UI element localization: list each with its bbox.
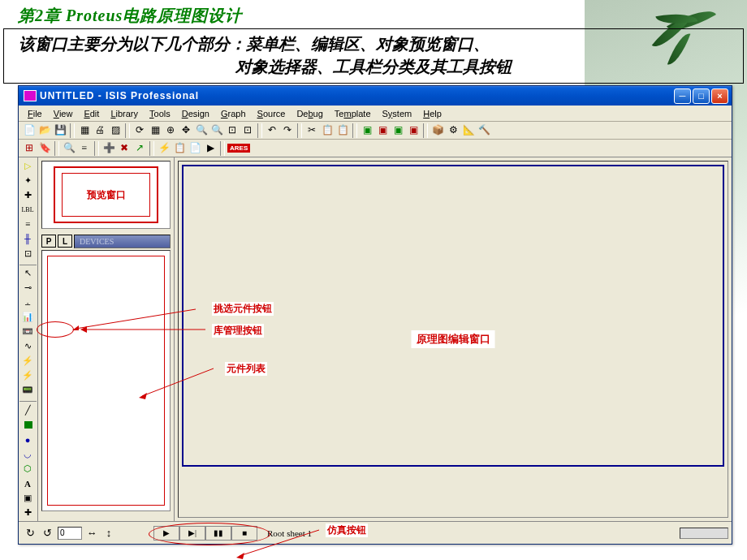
graph-mode-icon[interactable]: 📊 [19,310,36,324]
block-move-icon[interactable]: ▣ [375,123,390,138]
maximize-button[interactable]: □ [693,88,710,104]
selection-mode-icon[interactable]: ▷ [19,159,36,173]
bus-mode-icon[interactable]: ╫ [19,232,36,246]
symbol-mode-icon[interactable]: ▣ [19,491,36,505]
library-manage-button[interactable]: L [58,235,72,248]
paste-icon[interactable]: 📋 [335,123,350,138]
voltage-probe-icon[interactable]: ⚡ [19,354,36,368]
menu-help[interactable]: Help [417,107,447,120]
instant-edit-icon[interactable]: ↖ [19,267,36,281]
copy-icon[interactable]: 📋 [320,123,335,138]
undo-icon[interactable]: ↶ [265,123,279,138]
mirror-h-icon[interactable]: ↔ [84,526,100,541]
box-2d-icon[interactable] [24,421,32,429]
mode-toolbar: ▷ ✦ ✚ LBL ≡ ╫ ⊡ ↖ ⊸ ⫠ 📊 📼 ∿ ⚡ ⚡ 📟 ╱ ● ◡ … [19,157,38,521]
path-2d-icon[interactable]: ⬡ [19,462,36,476]
new-file-icon[interactable]: 📄 [22,123,37,138]
zoom-out-icon[interactable]: 🔍 [209,123,224,138]
make-device-icon[interactable]: ⚙ [446,123,460,138]
print-area-icon[interactable]: ▦ [77,123,92,138]
cut-icon[interactable]: ✂ [304,123,319,138]
stop-button[interactable]: ■ [231,526,257,541]
compile-icon[interactable]: ▶ [203,141,218,156]
svg-marker-7 [236,553,244,559]
anno-parts-list: 元件列表 [225,362,267,376]
circle-2d-icon[interactable]: ● [19,433,36,446]
menu-edit[interactable]: Edit [78,107,105,120]
zoom-area-icon[interactable]: ⊡ [240,123,255,138]
packaging-icon[interactable]: 📐 [461,123,476,138]
zoom-all-icon[interactable]: ⊡ [225,123,240,138]
menu-graph[interactable]: Graph [215,107,252,120]
pick-components-button[interactable]: P [41,235,56,248]
current-probe-icon[interactable]: ⚡ [19,368,36,382]
junction-mode-icon[interactable]: ✚ [19,188,36,202]
zoom-in-icon[interactable]: 🔍 [194,123,209,138]
remove-sheet-icon[interactable]: ✖ [117,141,132,156]
rotate-cw-icon[interactable]: ↺ [39,526,55,541]
virtual-instr-icon[interactable]: 📟 [19,383,36,397]
label-mode-icon[interactable]: LBL [19,203,36,217]
print-icon[interactable]: 🖨 [93,123,107,138]
play-button[interactable]: ▶ [153,526,179,541]
parts-list[interactable] [41,250,171,511]
window-title: UNTITLED - ISIS Professional [40,90,674,101]
wire-auto-icon[interactable]: ⊞ [22,141,37,156]
exit-parent-icon[interactable]: ↗ [132,141,147,156]
device-pin-icon[interactable]: ⫠ [19,295,36,309]
toolbar-secondary: ⊞ 🔖 🔍 ≡ ➕ ✖ ↗ ⚡ 📋 📄 ▶ ARES [19,140,732,157]
marker-mode-icon[interactable]: ✚ [19,506,36,519]
text-script-icon[interactable]: ≡ [19,218,36,231]
menu-source[interactable]: Source [252,107,291,120]
origin-icon[interactable]: ⊕ [163,123,178,138]
block-copy-icon[interactable]: ▣ [360,123,374,138]
rotation-input[interactable] [58,527,82,540]
open-file-icon[interactable]: 📂 [37,123,52,138]
component-mode-icon[interactable]: ✦ [19,174,36,187]
subcircuit-icon[interactable]: ⊡ [19,247,36,261]
schematic-canvas[interactable]: 原理图编辑窗口 [178,161,728,518]
menu-system[interactable]: System [377,107,418,120]
minimize-button[interactable]: ─ [674,88,691,104]
property-icon[interactable]: ≡ [77,141,92,156]
menu-design[interactable]: Design [176,107,215,120]
preview-window[interactable]: 预览窗口 [41,161,171,229]
close-button[interactable]: × [711,88,728,104]
pick-icon[interactable]: 📦 [430,123,445,138]
block-rotate-icon[interactable]: ▣ [391,123,405,138]
generator-icon[interactable]: ∿ [19,339,36,353]
menu-debug[interactable]: Debug [291,107,328,120]
find-icon[interactable]: 🔍 [62,141,76,156]
terminal-mode-icon[interactable]: ⊸ [19,281,36,295]
menu-library[interactable]: Library [105,107,144,120]
erc-icon[interactable]: 📋 [172,141,187,156]
menu-template[interactable]: Template [329,107,377,120]
mirror-v-icon[interactable]: ↕ [101,526,117,541]
menu-file[interactable]: File [22,107,48,120]
save-icon[interactable]: 💾 [53,123,67,138]
netlist-icon[interactable]: 📄 [188,141,202,156]
search-tag-icon[interactable]: 🔖 [37,141,52,156]
pause-button[interactable]: ▮▮ [205,526,231,541]
mark-output-icon[interactable]: ▨ [108,123,123,138]
grid-icon[interactable]: ▦ [148,123,162,138]
arc-2d-icon[interactable]: ◡ [19,447,36,461]
horizontal-scrollbar[interactable] [680,528,728,539]
app-icon [24,90,37,101]
menu-tools[interactable]: Tools [144,107,176,120]
step-button[interactable]: ▶| [179,526,205,541]
bom-icon[interactable]: ⚡ [157,141,171,156]
decompose-icon[interactable]: 🔨 [477,123,491,138]
redo-icon[interactable]: ↷ [280,123,295,138]
line-2d-icon[interactable]: ╱ [19,403,36,417]
redraw-icon[interactable]: ⟳ [132,123,147,138]
text-2d-icon[interactable]: A [19,476,36,490]
new-sheet-icon[interactable]: ➕ [101,141,116,156]
tape-recorder-icon[interactable]: 📼 [19,325,36,338]
rotate-ccw-icon[interactable]: ↻ [22,526,38,541]
pan-icon[interactable]: ✥ [179,123,193,138]
ares-button[interactable]: ARES [227,144,250,153]
menu-view[interactable]: View [48,107,79,120]
block-delete-icon[interactable]: ▣ [406,123,421,138]
titlebar[interactable]: UNTITLED - ISIS Professional ─ □ × [19,86,732,106]
